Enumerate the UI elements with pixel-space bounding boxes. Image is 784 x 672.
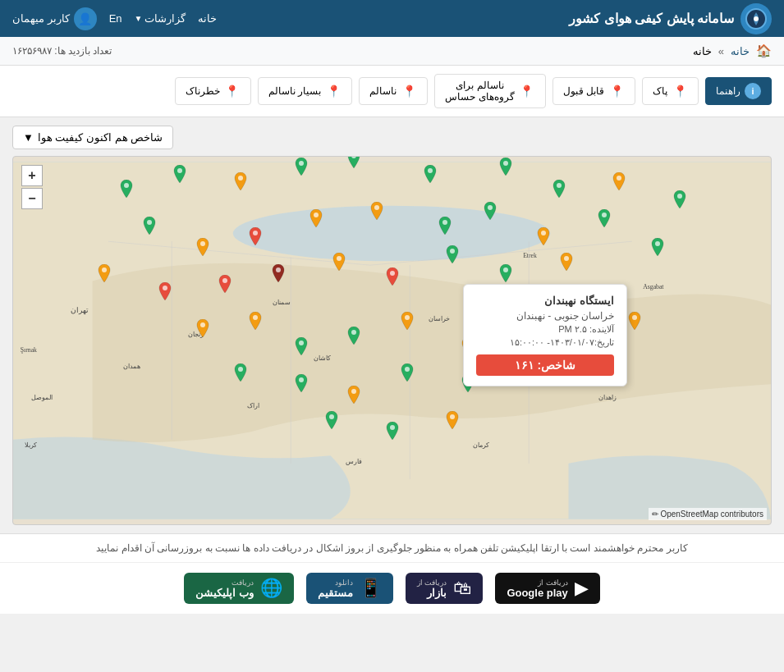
map-container[interactable]: تهران زنجان همدان اراک کاشان سمنان خراسا…: [12, 156, 772, 525]
map-marker-12[interactable]: [249, 227, 262, 249]
legend-unhealthy[interactable]: 📍 ناسالم: [359, 77, 428, 105]
legend-very-unhealthy[interactable]: 📍 بسیار ناسالم: [258, 77, 352, 105]
map-header: شاخص هم اکنون کیفیت هوا ▼: [12, 126, 772, 149]
svg-point-48: [163, 286, 167, 290]
visitor-count: تعداد بازدید ها: ۱۶۲۵۶۹۸۷: [12, 45, 112, 57]
svg-point-71: [329, 414, 334, 419]
svg-point-42: [442, 220, 447, 225]
map-marker-31[interactable]: [295, 337, 308, 359]
direct-icon: 📱: [360, 578, 382, 599]
svg-point-52: [390, 271, 395, 276]
map-marker-46[interactable]: [446, 411, 459, 432]
svg-text:تهران: تهران: [71, 306, 89, 315]
svg-point-57: [253, 315, 258, 320]
map-marker-15[interactable]: [438, 217, 452, 238]
map-marker-25[interactable]: [386, 267, 399, 289]
map-marker-0[interactable]: [120, 180, 133, 201]
svg-text:اراک: اراک: [247, 402, 259, 409]
map-marker-38[interactable]: [234, 363, 247, 385]
map-marker-41[interactable]: [401, 363, 414, 385]
map-marker-18[interactable]: [598, 209, 611, 231]
svg-point-50: [276, 267, 281, 272]
map-marker-16[interactable]: [484, 202, 497, 223]
map-marker-4[interactable]: [347, 156, 360, 171]
legend-sensitive[interactable]: 📍 ناسالم برایگروه‌های حساس: [434, 74, 545, 108]
map-marker-8[interactable]: [612, 172, 626, 194]
download-bar: ▶ دریافت از Google play 🛍 دریافت از بازا…: [0, 562, 784, 614]
bazaar-text: دریافت از بازار: [417, 578, 447, 599]
home-link[interactable]: خانه: [198, 12, 217, 25]
map-marker-32[interactable]: [347, 327, 360, 348]
svg-point-47: [102, 267, 107, 272]
map-marker-22[interactable]: [218, 275, 232, 296]
user-label: کاربر میهمان: [12, 12, 70, 25]
map-marker-23[interactable]: [272, 264, 285, 286]
svg-point-60: [405, 315, 410, 320]
map-marker-40[interactable]: [347, 386, 360, 407]
svg-point-39: [253, 231, 258, 235]
map-marker-37[interactable]: [628, 312, 641, 333]
unhealthy-icon: 📍: [401, 83, 417, 99]
legend-hazardous[interactable]: 📍 خطرناک: [175, 77, 251, 105]
pak-icon: 📍: [672, 83, 688, 99]
map-marker-2[interactable]: [234, 172, 247, 194]
reports-dropdown[interactable]: گزارشات ▼: [135, 12, 186, 25]
map-marker-39[interactable]: [295, 374, 308, 395]
map-marker-27[interactable]: [499, 264, 512, 286]
dropdown-icon: ▼: [135, 14, 143, 23]
zoom-out-button[interactable]: −: [21, 188, 43, 209]
map-marker-10[interactable]: [143, 217, 156, 238]
guide-button[interactable]: i راهنما: [705, 77, 772, 105]
map-marker-1[interactable]: [173, 165, 186, 186]
map-marker-3[interactable]: [295, 158, 308, 179]
web-app-button[interactable]: 🌐 دریافت وب اپلیکیشن: [184, 573, 294, 604]
zoom-in-button[interactable]: +: [21, 165, 43, 186]
aqi-selector[interactable]: شاخص هم اکنون کیفیت هوا ▼: [12, 126, 173, 149]
direct-download-button[interactable]: 📱 دانلود مستقیم: [306, 573, 393, 604]
svg-point-68: [405, 367, 410, 372]
svg-point-53: [450, 249, 455, 254]
google-play-button[interactable]: ▶ دریافت از Google play: [495, 573, 599, 604]
map-marker-29[interactable]: [196, 319, 209, 341]
legend-bar: i راهنما 📍 پاک 📍 قابل قبول 📍 ناسالم برای…: [0, 66, 784, 117]
map-marker-20[interactable]: [98, 264, 111, 286]
web-icon: 🌐: [260, 578, 282, 599]
map-marker-28[interactable]: [560, 253, 573, 274]
breadcrumb-home[interactable]: خانه: [731, 45, 750, 57]
info-icon: i: [745, 83, 761, 99]
legend-acceptable[interactable]: 📍 قابل قبول: [552, 77, 635, 105]
map-marker-17[interactable]: [537, 227, 550, 249]
map-marker-21[interactable]: [158, 282, 172, 304]
breadcrumb-current: خانه: [693, 45, 712, 57]
map-marker-5[interactable]: [424, 165, 437, 186]
google-play-icon: ▶: [575, 578, 589, 599]
map-marker-11[interactable]: [196, 238, 209, 259]
map-marker-33[interactable]: [401, 312, 414, 333]
sensitive-label: ناسالم برایگروه‌های حساس: [445, 80, 514, 103]
map-marker-45[interactable]: [386, 422, 399, 443]
popup-station-title: ایستگاه نهبندان: [476, 295, 614, 307]
map-marker-24[interactable]: [332, 253, 346, 274]
svg-point-54: [503, 267, 508, 272]
bazaar-icon: 🛍: [453, 578, 471, 599]
user-section[interactable]: 👤 کاربر میهمان: [12, 7, 97, 30]
map-marker-26[interactable]: [446, 245, 459, 267]
svg-point-65: [238, 367, 243, 372]
very-unhealthy-icon: 📍: [325, 83, 342, 99]
map-marker-9[interactable]: [673, 190, 686, 212]
legend-pak[interactable]: 📍 پاک: [642, 77, 699, 105]
lang-toggle[interactable]: En: [109, 12, 122, 25]
map-marker-14[interactable]: [370, 202, 383, 223]
map-marker-44[interactable]: [325, 411, 338, 432]
map-marker-19[interactable]: [651, 238, 664, 259]
user-avatar: 👤: [74, 7, 97, 30]
map-marker-30[interactable]: [249, 312, 262, 333]
svg-text:سمنان: سمنان: [273, 299, 291, 307]
very-unhealthy-label: بسیار ناسالم: [268, 85, 321, 97]
aqi-selector-label: شاخص هم اکنون کیفیت هوا: [38, 131, 163, 144]
svg-text:Asgabat: Asgabat: [643, 283, 664, 290]
map-marker-13[interactable]: [309, 209, 323, 231]
map-marker-7[interactable]: [552, 180, 566, 201]
map-marker-6[interactable]: [499, 158, 512, 179]
bazaar-button[interactable]: 🛍 دریافت از بازار: [406, 573, 484, 604]
